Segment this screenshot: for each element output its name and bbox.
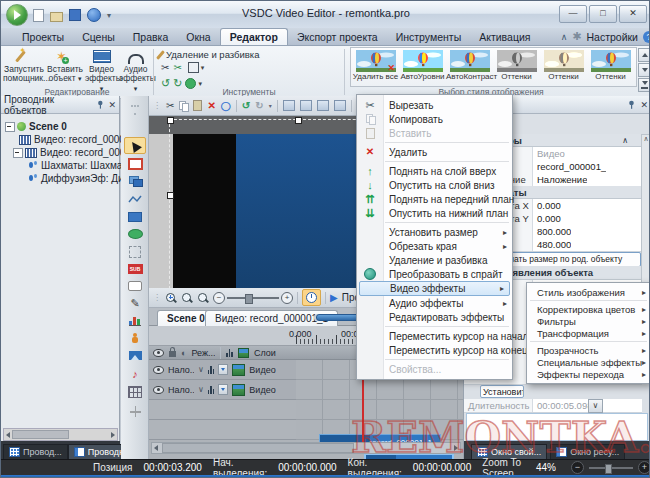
minimize-button[interactable]: — <box>559 5 587 23</box>
close-panel-icon[interactable]: ✕ <box>640 100 648 110</box>
duration-dropdown-icon[interactable]: ∨ <box>588 399 603 413</box>
tooltip-icon[interactable] <box>126 278 144 293</box>
submenu-item-transparency[interactable]: Прозрачность ▸ <box>527 344 650 356</box>
align-top-icon[interactable] <box>317 100 329 111</box>
selection-handle[interactable] <box>167 117 174 124</box>
maximize-button[interactable]: □ <box>589 5 617 23</box>
gallery-scroll-up[interactable] <box>638 48 650 62</box>
submenu-item-image-style[interactable]: Стиль изображения ▸ <box>527 286 650 298</box>
redo-icon[interactable]: ↻ <box>255 100 263 111</box>
menu-item-delete[interactable]: ✕ Удалить <box>357 145 512 159</box>
menu-item-properties[interactable]: Свойства... <box>357 362 512 376</box>
eye-icon[interactable] <box>153 386 164 394</box>
slider-handle[interactable] <box>605 464 612 474</box>
submenu-item-color-correction[interactable]: Корректировка цветов ▸ <box>527 303 650 315</box>
menu-item-send-back[interactable]: ⇊ Опустить на нижний план <box>357 206 512 220</box>
menu-item-cut[interactable]: ✂ Вырезать <box>357 98 512 112</box>
zoom-in-icon[interactable]: + <box>638 461 650 474</box>
blend-mode-icon[interactable]: ◐ <box>181 348 186 358</box>
select-tool-icon[interactable] <box>124 137 146 154</box>
scroll-left-icon[interactable] <box>6 432 10 438</box>
spritesheet-icon[interactable] <box>126 384 144 399</box>
menu-item-paste[interactable]: Вставить <box>357 126 512 140</box>
pencil-icon[interactable]: ✎ <box>126 296 144 311</box>
ellipse-select-icon[interactable]: ◯ <box>221 101 231 111</box>
submenu-item-transformation[interactable]: Трансформация ▸ <box>527 327 650 339</box>
lock-icon[interactable] <box>169 351 176 357</box>
submenu-item-filters[interactable]: Фильтры ▸ <box>527 315 650 327</box>
selection-handle[interactable] <box>295 117 302 124</box>
collapse-ribbon-icon[interactable]: ∧ <box>561 32 568 42</box>
style-thumb-autocontrast[interactable]: АвтоКонтраст <box>446 49 493 86</box>
scroll-right-icon[interactable] <box>454 445 458 451</box>
prop-row-duration[interactable]: Длительность 00:00:05.098 <box>464 399 642 413</box>
menu-item-set-size[interactable]: Установить размер ▸ <box>357 225 512 239</box>
timeline-hscrollbar[interactable] <box>151 442 461 454</box>
insert-object-button[interactable]: ✶+ Вставить объект ▾ <box>47 48 83 88</box>
track-row-header-4[interactable] <box>149 420 296 440</box>
menu-item-convert-sprite[interactable]: Преобразовать в спрайт <box>357 267 512 281</box>
menu-item-bring-front[interactable]: ⇈ Поднять на передний план <box>357 192 512 206</box>
video-effects-button[interactable]: Видео эффекты ▾ <box>85 48 118 88</box>
tab-windows[interactable]: Окна <box>177 29 219 45</box>
caret-icon[interactable]: ▾ <box>269 102 272 109</box>
audio-effects-button[interactable]: Аудио эффекты ▾ <box>119 48 152 88</box>
wave-icon[interactable] <box>208 385 215 394</box>
tab-editor[interactable]: Редактор <box>220 28 288 45</box>
menu-item-edit-effects[interactable]: Редактировать эффекты <box>357 310 512 324</box>
caret-icon[interactable]: ▾ <box>201 64 205 72</box>
animation-icon[interactable] <box>126 331 144 346</box>
tree-expander-icon[interactable] <box>5 122 15 132</box>
run-wizard-button[interactable]: ✦ Запустить помощник... <box>3 48 45 88</box>
align-bottom-icon[interactable] <box>334 100 346 111</box>
polyline-icon[interactable] <box>126 191 144 206</box>
menu-item-cursor-end[interactable]: Переместить курсор на конец <box>357 343 512 357</box>
explorer-hscrollbar[interactable] <box>3 428 118 441</box>
zoom-fit-icon[interactable] <box>197 292 209 304</box>
tab-projects[interactable]: Проекты <box>13 29 73 45</box>
split-icon[interactable]: ✂ <box>173 62 181 73</box>
gallery-expand[interactable] <box>638 78 650 92</box>
style-thumb-shades-3[interactable]: Оттенки <box>587 49 634 86</box>
cut-icon[interactable]: ✂ <box>166 100 174 111</box>
menu-item-lower-layer[interactable]: ↓ Опустить на слой вниз <box>357 178 512 192</box>
scroll-left-icon[interactable] <box>154 445 158 451</box>
zoom-plus-icon[interactable]: + <box>281 292 293 304</box>
toolbar-grip[interactable] <box>131 102 139 117</box>
zoom-out-icon[interactable] <box>181 292 193 304</box>
copy-icon[interactable] <box>179 101 188 111</box>
layers-icon[interactable] <box>238 348 249 358</box>
zoom-out-icon[interactable]: − <box>571 461 584 474</box>
add-sprite-icon[interactable] <box>126 173 144 188</box>
slider-handle[interactable] <box>245 294 253 304</box>
set-duration-button[interactable]: Установить <box>480 385 524 398</box>
free-transform-icon[interactable] <box>126 244 144 259</box>
tree-item-video2[interactable]: Видео: record_000001 <box>13 146 132 159</box>
subtitles-icon[interactable]: SUB <box>126 261 144 276</box>
pin-icon[interactable] <box>96 100 105 109</box>
gallery-scroll-down[interactable] <box>638 63 650 77</box>
timeline-zoom-slider[interactable]: − + <box>213 292 293 304</box>
tab-tools[interactable]: Инструменты <box>387 29 470 45</box>
scroll-up-icon[interactable]: ∧ <box>642 135 650 143</box>
resources-window-tab[interactable]: Окно ресу... <box>550 444 625 459</box>
wave-icon[interactable] <box>208 365 215 374</box>
chart-icon[interactable] <box>126 313 144 328</box>
menu-item-copy[interactable]: Копировать <box>357 112 512 126</box>
settings-button[interactable]: Настройки <box>587 31 639 43</box>
tree-item-scene[interactable]: Scene 0 <box>5 120 124 133</box>
scroll-thumb[interactable] <box>12 430 69 439</box>
scroll-thumb[interactable] <box>162 443 354 453</box>
selection-handle[interactable] <box>167 192 174 199</box>
track-row-header-3[interactable] <box>149 400 296 420</box>
tab-activation[interactable]: Активация <box>470 29 539 45</box>
zoom-in-icon[interactable] <box>165 292 177 304</box>
scroll-right-icon[interactable] <box>111 432 115 438</box>
tree-expander-icon[interactable] <box>13 148 23 158</box>
style-thumb-delete-all[interactable]: ✕ Удалить все <box>352 49 399 86</box>
menu-item-cursor-start[interactable]: Переместить курсор на начало <box>357 329 512 343</box>
undo-icon[interactable]: ↺ <box>242 100 250 111</box>
rectangle-icon[interactable] <box>126 209 144 224</box>
add-audio-icon[interactable]: ♪ <box>126 366 144 381</box>
eye-icon[interactable] <box>153 366 164 374</box>
